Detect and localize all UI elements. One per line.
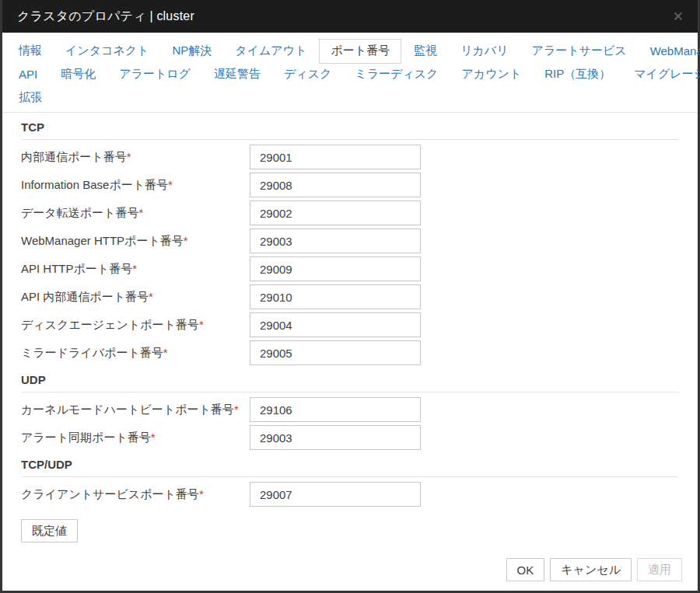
section-heading-tcp: TCP <box>21 120 679 140</box>
section-tcp-udp: TCP/UDPクライアントサービスポート番号* <box>21 458 679 507</box>
tab-api[interactable]: API <box>19 64 37 85</box>
field-row-client-service-port: クライアントサービスポート番号* <box>21 482 679 507</box>
tab-migration[interactable]: マイグレーション <box>634 63 700 86</box>
field-label-kernel-mode-heartbeat-port: カーネルモードハートビートポート番号* <box>21 403 250 417</box>
default-button-wrap: 既定値 <box>21 519 679 542</box>
section-heading-udp: UDP <box>21 373 679 392</box>
input-alert-sync-port[interactable] <box>250 425 421 450</box>
tab-divider <box>2 112 698 113</box>
tab-recovery[interactable]: リカバリ <box>460 40 508 63</box>
cluster-properties-dialog: クラスタのプロパティ | cluster ✕ 情報インタコネクトNP解決タイムア… <box>0 0 700 593</box>
field-label-internal-communication-port: 内部通信ポート番号* <box>21 150 250 165</box>
ok-button[interactable]: OK <box>506 558 545 581</box>
required-marker: * <box>127 150 131 163</box>
tab-webmanager[interactable]: WebManager <box>650 40 700 62</box>
tab-rip-compat[interactable]: RIP（互換） <box>544 63 611 86</box>
required-marker: * <box>199 487 204 501</box>
section-udp: UDPカーネルモードハートビートポート番号*アラート同期ポート番号* <box>21 373 679 450</box>
required-marker: * <box>138 206 143 219</box>
required-marker: * <box>234 403 239 416</box>
field-label-disk-agent-port: ディスクエージェントポート番号* <box>21 318 250 333</box>
field-row-api-http-port: API HTTPポート番号* <box>21 256 679 281</box>
input-internal-communication-port[interactable] <box>250 145 421 169</box>
input-api-internal-communication-port[interactable] <box>250 284 421 309</box>
input-webmanager-http-port[interactable] <box>250 228 421 253</box>
field-row-api-internal-communication-port: API 内部通信ポート番号* <box>21 284 679 309</box>
required-marker: * <box>199 318 204 331</box>
input-client-service-port[interactable] <box>250 482 421 507</box>
field-label-api-internal-communication-port: API 内部通信ポート番号* <box>21 290 250 305</box>
tab-bar: 情報インタコネクトNP解決タイムアウトポート番号監視リカバリアラートサービスWe… <box>2 33 698 110</box>
field-row-mirror-driver-port: ミラードライバポート番号* <box>21 340 679 365</box>
tab-account[interactable]: アカウント <box>461 63 521 86</box>
field-row-webmanager-http-port: WebManager HTTPポート番号* <box>21 228 679 253</box>
close-icon[interactable]: ✕ <box>673 10 684 23</box>
field-label-data-transfer-port: データ転送ポート番号* <box>21 206 250 221</box>
tab-monitor[interactable]: 監視 <box>414 40 437 63</box>
field-row-kernel-mode-heartbeat-port: カーネルモードハートビートポート番号* <box>21 397 679 422</box>
input-api-http-port[interactable] <box>250 256 421 281</box>
input-data-transfer-port[interactable] <box>250 201 421 225</box>
section-tcp: TCP内部通信ポート番号*Information Baseポート番号*データ転送… <box>21 120 679 365</box>
tab-disk[interactable]: ディスク <box>284 63 331 86</box>
footer-buttons: OK キャンセル 適用 <box>506 558 682 581</box>
input-mirror-driver-port[interactable] <box>250 340 421 365</box>
tab-timeout[interactable]: タイムアウト <box>235 40 306 63</box>
field-label-mirror-driver-port: ミラードライバポート番号* <box>21 346 250 361</box>
field-row-alert-sync-port: アラート同期ポート番号* <box>21 425 679 450</box>
field-label-api-http-port: API HTTPポート番号* <box>21 262 250 277</box>
tab-alert-log[interactable]: アラートログ <box>119 63 191 86</box>
dialog-content: TCP内部通信ポート番号*Information Baseポート番号*データ転送… <box>2 120 698 542</box>
field-label-information-base-port: Information Baseポート番号* <box>21 178 250 193</box>
dialog-title: クラスタのプロパティ | cluster <box>17 9 194 25</box>
tab-alert-service[interactable]: アラートサービス <box>532 40 627 63</box>
tab-encryption[interactable]: 暗号化 <box>61 63 96 86</box>
tab-delay-warning[interactable]: 遅延警告 <box>214 63 261 86</box>
input-kernel-mode-heartbeat-port[interactable] <box>250 397 421 422</box>
default-button[interactable]: 既定値 <box>21 519 78 542</box>
required-marker: * <box>163 346 168 359</box>
tab-extension[interactable]: 拡張 <box>19 86 42 110</box>
dialog-titlebar: クラスタのプロパティ | cluster ✕ <box>2 0 698 33</box>
input-information-base-port[interactable] <box>250 173 421 197</box>
tab-info[interactable]: 情報 <box>19 40 42 63</box>
tab-row: 情報インタコネクトNP解決タイムアウトポート番号監視リカバリアラートサービスWe… <box>19 40 681 63</box>
required-marker: * <box>149 290 153 303</box>
sections-container: TCP内部通信ポート番号*Information Baseポート番号*データ転送… <box>21 120 679 507</box>
input-disk-agent-port[interactable] <box>250 312 421 337</box>
required-marker: * <box>132 262 137 275</box>
field-label-alert-sync-port: アラート同期ポート番号* <box>21 431 250 445</box>
apply-button[interactable]: 適用 <box>637 558 682 581</box>
field-row-disk-agent-port: ディスクエージェントポート番号* <box>21 312 679 337</box>
field-label-client-service-port: クライアントサービスポート番号* <box>21 487 250 502</box>
tab-port-number[interactable]: ポート番号 <box>319 39 401 64</box>
cancel-button[interactable]: キャンセル <box>550 558 632 581</box>
required-marker: * <box>184 234 188 247</box>
field-label-webmanager-http-port: WebManager HTTPポート番号* <box>21 234 250 249</box>
tab-row: 拡張 <box>19 86 681 110</box>
tab-np-resolution[interactable]: NP解決 <box>172 40 212 63</box>
field-row-internal-communication-port: 内部通信ポート番号* <box>21 145 679 169</box>
required-marker: * <box>151 431 156 444</box>
field-row-information-base-port: Information Baseポート番号* <box>21 173 679 197</box>
tab-interconnect[interactable]: インタコネクト <box>65 40 149 63</box>
field-row-data-transfer-port: データ転送ポート番号* <box>21 201 679 225</box>
tab-mirror-disk[interactable]: ミラーディスク <box>355 63 438 86</box>
required-marker: * <box>168 178 173 191</box>
tab-row: API暗号化アラートログ遅延警告ディスクミラーディスクアカウントRIP（互換）マ… <box>19 63 681 86</box>
section-heading-tcp-udp: TCP/UDP <box>21 458 679 477</box>
